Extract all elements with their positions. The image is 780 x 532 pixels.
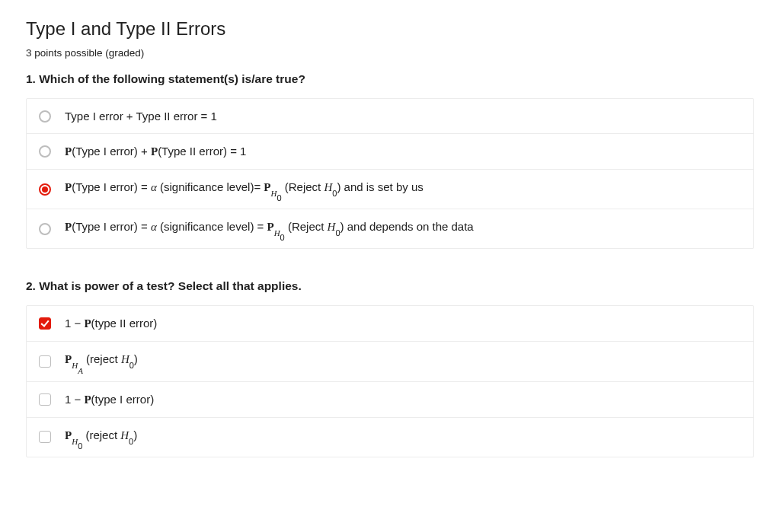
option-label: P(Type I error) + P(Type II error) = 1: [65, 145, 246, 158]
option-label: 1 − P(type I error): [65, 393, 154, 406]
q1-group-option-3[interactable]: P(Type I error) = α (significance level)…: [27, 209, 753, 248]
radio-icon[interactable]: [39, 145, 51, 158]
checkbox-icon[interactable]: [39, 317, 51, 330]
q2-group-option-2[interactable]: 1 − P(type I error): [27, 382, 753, 418]
q2-prompt: 2. What is power of a test? Select all t…: [26, 279, 754, 293]
q2-options: 1 − P(type II error)PHA (reject H0)1 − P…: [26, 305, 754, 457]
option-label: 1 − P(type II error): [65, 317, 157, 330]
radio-icon[interactable]: [39, 110, 51, 123]
page-title: Type I and Type II Errors: [26, 18, 754, 40]
checkbox-icon[interactable]: [39, 393, 51, 406]
radio-icon[interactable]: [39, 223, 51, 235]
q1-group-option-0[interactable]: Type I error + Type II error = 1: [27, 99, 753, 134]
q1-options: Type I error + Type II error = 1P(Type I…: [26, 98, 754, 249]
option-label: Type I error + Type II error = 1: [65, 110, 217, 123]
option-label: PHA (reject H0): [65, 352, 138, 370]
option-label: P(Type I error) = α (significance level)…: [65, 220, 474, 237]
option-label: PH0 (reject H0): [65, 428, 137, 446]
radio-icon[interactable]: [39, 183, 51, 196]
q1-group-option-1[interactable]: P(Type I error) + P(Type II error) = 1: [27, 134, 753, 170]
checkbox-icon[interactable]: [39, 431, 51, 443]
checkbox-icon[interactable]: [39, 355, 51, 368]
points-possible: 3 points possible (graded): [26, 47, 754, 59]
q2-group-option-3[interactable]: PH0 (reject H0): [27, 418, 753, 457]
q1-group-option-2[interactable]: P(Type I error) = α (significance level)…: [27, 170, 753, 209]
q1-prompt: 1. Which of the following statement(s) i…: [26, 72, 754, 86]
q2-group-option-1[interactable]: PHA (reject H0): [27, 342, 753, 381]
option-label: P(Type I error) = α (significance level)…: [65, 180, 424, 198]
q2-group-option-0[interactable]: 1 − P(type II error): [27, 306, 753, 342]
